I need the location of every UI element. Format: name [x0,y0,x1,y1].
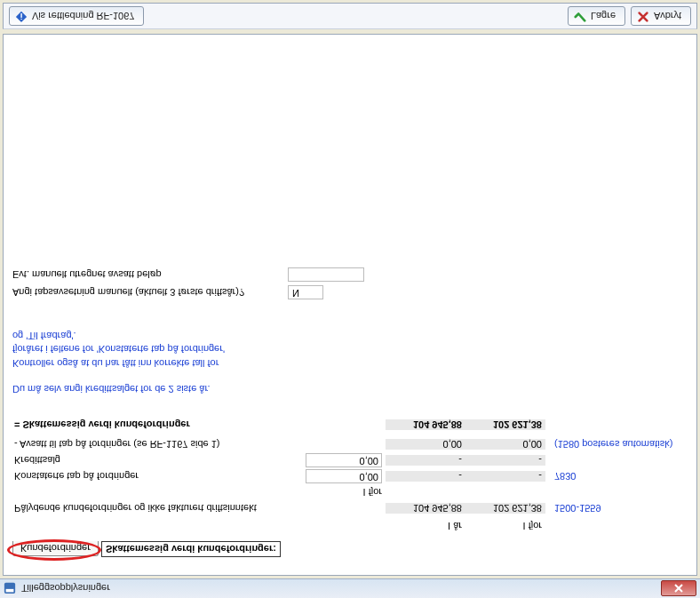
table-row-sum: = Skattemessig verdi kundefordringer 104… [12,417,688,433]
close-icon [637,9,649,23]
close-button[interactable] [661,580,696,596]
info-line: Du må selv angi kredittsalget for de 2 s… [12,382,457,395]
footer-toolbar: i Vis rettledning RF-1067 Lagre Avbryt [3,3,697,29]
row-label: Konstaterte tap på fordringer [12,471,306,482]
save-button[interactable]: Lagre [568,6,625,26]
window-body: Kundefordringer Skattemessig verdi kunde… [3,34,697,576]
info-text: Du må selv angi kredittsalget for de 2 s… [12,328,457,395]
manual-q2-input[interactable] [288,267,364,282]
cell-value: 0,00 [386,439,465,450]
manual-q2-label: Evt. manuelt utregnet avsatt beløp [12,269,288,280]
row-label: = Skattemessig verdi kundefordringer [12,419,306,430]
cell-value: - [386,455,465,466]
info-icon: i [15,9,28,23]
info-line: og 'Til fradrag'. [12,331,76,341]
svg-text:i: i [20,12,23,22]
cancel-button[interactable]: Avbryt [631,6,691,26]
titlebar: Tilleggsopplysninger [0,578,700,598]
col-header-ifjor-sub: I fjor [306,487,386,498]
window-title: Tilleggsopplysninger [21,584,110,594]
input-kredittsalg-ifjor[interactable]: 0,00 [306,453,382,467]
manual-section: Angi tapsavsetning manuelt (aktuelt 3 fø… [12,266,688,301]
button-label: Vis rettledning RF-1067 [32,11,134,21]
button-label: Lagre [591,11,616,21]
tab-label: Kundefordringer [20,543,91,554]
section-title: Skattemessig verdi kundefordringer: [101,541,281,557]
table-row: Pålydende kundefordringer og ikke faktur… [12,500,688,516]
svg-rect-1 [6,589,14,593]
manual-q1-input[interactable]: N [288,285,323,299]
table-row: Kredittsalg 0,00 - - [12,452,688,468]
cell-value: 102 621,38 [465,419,545,430]
cell-value: - [465,471,545,482]
row-label: - Avsatt til tap på fordringer (se RF-11… [12,439,306,450]
table-row: - Avsatt til tap på fordringer (se RF-11… [12,436,688,452]
cell-value: - [386,471,465,482]
row-note: (1580 posteres automatisk) [545,439,688,450]
row-note: 7830 [545,471,688,482]
table-row: Konstaterte tap på fordringer 0,00 - - 7… [12,468,688,484]
button-label: Avbryt [654,11,681,21]
guide-button[interactable]: i Vis rettledning RF-1067 [9,6,144,26]
row-label: Kredittsalg [12,455,306,466]
info-line: fjoråret i feltene for 'Konstaterte tap … [12,344,225,355]
check-icon [574,9,586,23]
col-header-ifjor: I fjor [465,521,545,531]
cell-value: - [465,455,545,466]
data-grid: I år I fjor Pålydende kundefordringer og… [12,417,688,534]
input-konstaterte-ifjor[interactable]: 0,00 [306,469,382,483]
tab-kundefordringer[interactable]: Kundefordringer [12,541,99,556]
row-label: Pålydende kundefordringer og ikke faktur… [12,503,306,514]
cell-value: 104 945,88 [386,503,465,514]
app-icon [4,583,16,595]
cell-value: 0,00 [465,439,545,450]
col-header-iaar: I år [386,521,465,531]
row-note: 1500-1559 [545,503,688,514]
cell-value: 104 945,88 [386,419,465,430]
cell-value: 102 621,38 [465,503,545,514]
manual-q1-label: Angi tapsavsetning manuelt (aktuelt 3 fø… [12,287,288,298]
info-line: Kontroller også at du har fått inn korre… [12,358,219,369]
